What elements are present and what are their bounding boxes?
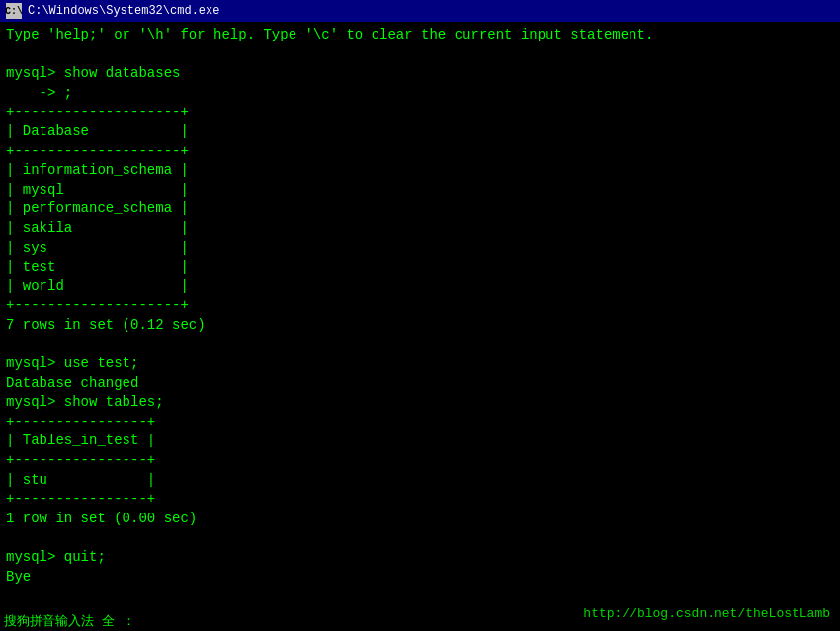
title-bar: C:\ C:\Windows\System32\cmd.exe (0, 0, 840, 22)
title-bar-icon: C:\ (6, 3, 22, 19)
title-bar-text: C:\Windows\System32\cmd.exe (28, 4, 219, 18)
terminal[interactable]: Type 'help;' or '\h' for help. Type '\c'… (0, 22, 840, 631)
ime-bar: 搜狗拼音输入法 全 ： (0, 611, 139, 631)
watermark: http://blog.csdn.net/theLostLamb (583, 606, 830, 621)
